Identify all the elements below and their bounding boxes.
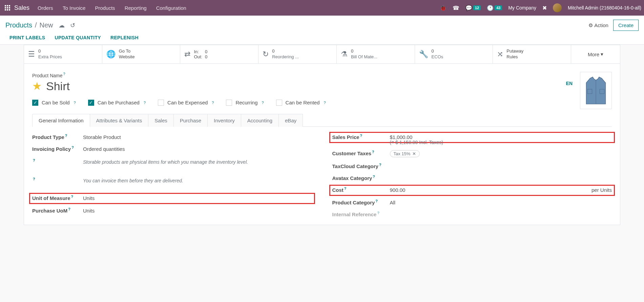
help-icon[interactable]: ? (33, 158, 35, 162)
tab-purchase[interactable]: Purchase (173, 114, 208, 127)
nav-products[interactable]: Products (95, 5, 115, 11)
field-avatax: Avatax Category? (332, 175, 612, 181)
opt-can-be-expensed[interactable]: Can be Expensed? (158, 100, 214, 106)
stat-bom[interactable]: ⚗ 0Bill Of Mate... (337, 45, 415, 63)
invoicing-value[interactable]: Ordered quantities (83, 146, 312, 152)
help-icon[interactable]: ? (63, 72, 65, 76)
uom-value[interactable]: Units (83, 195, 312, 201)
tab-general-information[interactable]: General Information (32, 114, 90, 127)
help-icon[interactable]: ? (33, 177, 35, 181)
help-icon[interactable]: ? (373, 175, 375, 179)
stat-inout[interactable]: ⇄ In:0 Out:0 (180, 45, 258, 63)
help-icon[interactable]: ? (379, 163, 381, 167)
ecos-label: ECOs (432, 54, 443, 60)
cloud-save-icon[interactable]: ☁ (59, 22, 65, 29)
msg-badge: 12 (473, 5, 481, 10)
help-icon[interactable]: ? (375, 199, 378, 203)
nav-orders[interactable]: Orders (38, 5, 53, 11)
product-image[interactable] (580, 72, 612, 109)
opt-can-be-purchased[interactable]: ✓Can be Purchased? (88, 100, 146, 106)
tab-ebay[interactable]: eBay (278, 114, 303, 127)
create-button[interactable]: Create (613, 20, 639, 31)
apps-icon[interactable] (5, 5, 10, 11)
brand-label[interactable]: Sales (14, 4, 29, 12)
favorite-star-icon[interactable]: ★ (32, 80, 42, 93)
cost-value[interactable]: 900.00 (390, 187, 568, 193)
more-button[interactable]: More▾ (571, 45, 620, 63)
tax-tag[interactable]: Tax 15%✕ (390, 150, 420, 157)
tools-icon[interactable]: ✖ (542, 5, 547, 11)
user-name[interactable]: Mitchell Admin (21680404-16-0-all) (568, 5, 641, 11)
tab-attributes-variants[interactable]: Attributes & Variants (90, 114, 149, 127)
sales-price-value[interactable]: $1,000.00 (390, 134, 612, 140)
company-name[interactable]: My Company (508, 5, 536, 11)
category-value[interactable]: All (390, 200, 612, 205)
stat-website[interactable]: 🌐 Go ToWebsite (102, 45, 181, 63)
help-icon[interactable]: ? (344, 186, 347, 190)
opt-recurring[interactable]: Recurring? (226, 100, 264, 106)
lang-badge[interactable]: EN (566, 81, 573, 86)
support-icon[interactable]: ☎ (453, 5, 459, 11)
bug-icon[interactable]: 🐞 (440, 5, 446, 11)
help-icon[interactable]: ? (144, 101, 146, 105)
help-icon[interactable]: ? (68, 207, 70, 211)
opt-can-be-rented[interactable]: Can be Rented? (276, 100, 326, 106)
opt-sold-label: Can be Sold (42, 100, 70, 105)
opt-can-be-sold[interactable]: ✓Can be Sold? (32, 100, 76, 106)
form-sheet-bg: ☰ 0Extra Prices 🌐 Go ToWebsite ⇄ In:0 Ou… (0, 45, 644, 232)
stat-putaway[interactable]: ⤨ PutawayRules (493, 45, 571, 63)
nav-configuration[interactable]: Configuration (156, 5, 186, 11)
help-icon[interactable]: ? (65, 134, 67, 138)
customer-taxes-value[interactable]: Tax 15%✕ (390, 150, 612, 157)
field-customer-taxes: Customer Taxes? Tax 15%✕ (332, 150, 612, 157)
taxcloud-label: TaxCloud Category (332, 163, 378, 169)
checkbox-icon (276, 100, 282, 106)
replenish-button[interactable]: REPLENISH (110, 35, 139, 40)
checkbox-icon: ✓ (32, 100, 38, 106)
chat-icon: 💬 (465, 5, 472, 11)
tab-sales[interactable]: Sales (148, 114, 174, 127)
cost-label: Cost (332, 187, 344, 193)
help-icon[interactable]: ? (377, 211, 379, 215)
product-type-value[interactable]: Storable Product (83, 134, 312, 140)
avatar[interactable] (553, 3, 562, 12)
nav-to-invoice[interactable]: To Invoice (63, 5, 86, 11)
field-help2: ? You can invoice them before they are d… (32, 176, 312, 189)
stat-extra-prices[interactable]: ☰ 0Extra Prices (24, 45, 102, 63)
breadcrumb-products[interactable]: Products (5, 21, 32, 29)
help-icon[interactable]: ? (71, 195, 74, 199)
product-name-label: Product Name? (32, 72, 612, 78)
help-icon[interactable]: ? (71, 145, 74, 149)
activities-indicator[interactable]: 🕐43 (487, 5, 502, 11)
product-name-input[interactable]: Shirt (46, 80, 70, 93)
action-label: Action (594, 22, 608, 28)
messages-indicator[interactable]: 💬12 (465, 5, 481, 11)
cp-top: Products / New ☁ ↺ ⚙Action Create (0, 16, 644, 35)
nav-reporting[interactable]: Reporting (125, 5, 147, 11)
refresh-icon: ↻ (263, 50, 269, 59)
tab-inventory[interactable]: Inventory (207, 114, 241, 127)
help-icon[interactable]: ? (324, 101, 326, 105)
help-icon[interactable]: ? (360, 134, 362, 138)
print-labels-button[interactable]: PRINT LABELS (9, 35, 45, 40)
form-col-left: Product Type? Storable Product Invoicing… (32, 134, 312, 223)
status-icons: ☁ ↺ (59, 22, 75, 29)
putaway-l1: Putaway (506, 48, 523, 54)
uom-label: Unit of Measure (32, 195, 70, 201)
action-button[interactable]: ⚙Action (588, 22, 608, 28)
help-icon[interactable]: ? (74, 101, 76, 105)
purchase-uom-value[interactable]: Units (83, 208, 312, 214)
caret-down-icon: ▾ (601, 51, 603, 57)
help-icon[interactable]: ? (262, 101, 264, 105)
checkbox-icon (158, 100, 164, 106)
stat-reordering[interactable]: ↻ 0Reordering ... (258, 45, 337, 63)
help-icon[interactable]: ? (212, 101, 214, 105)
stat-ecos[interactable]: 🔧 0ECOs (415, 45, 493, 63)
discard-icon[interactable]: ↺ (70, 22, 75, 29)
update-quantity-button[interactable]: UPDATE QUANTITY (55, 35, 101, 40)
tax-tag-label: Tax 15% (394, 151, 411, 156)
close-icon[interactable]: ✕ (412, 151, 416, 156)
tab-accounting[interactable]: Accounting (241, 114, 279, 127)
help-icon[interactable]: ? (372, 150, 374, 154)
reorder-label: Reordering ... (272, 54, 299, 60)
